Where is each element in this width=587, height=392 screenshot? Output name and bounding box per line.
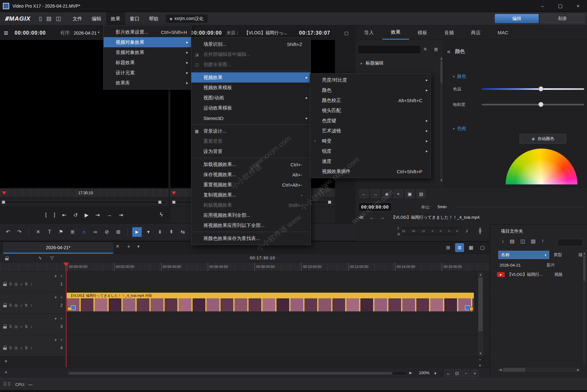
saturation-knob[interactable]: [538, 102, 543, 107]
menu-item[interactable]: 将颜色效果保存为查找表...: [191, 233, 311, 243]
scroll-left-icon[interactable]: ◀: [499, 368, 502, 371]
track-visibility-icon[interactable]: ◎: [14, 303, 17, 308]
section-hue[interactable]: ▾ 色相: [453, 126, 466, 131]
prev-keyframe-icon[interactable]: ←: [359, 190, 368, 198]
waveform-icon[interactable]: ≣: [68, 227, 77, 237]
track-add-icon[interactable]: +: [60, 316, 63, 321]
column-name-button[interactable]: 名称 ▾: [498, 251, 549, 259]
unit-value[interactable]: 5min: [438, 204, 447, 209]
optimize-icon[interactable]: ϟ: [160, 211, 163, 218]
track-visibility-icon[interactable]: ◎: [14, 346, 17, 350]
save-icon[interactable]: ◫: [520, 238, 525, 244]
menubar-item[interactable]: 效果: [106, 12, 125, 25]
monitor-icon[interactable]: ▢: [344, 30, 348, 36]
scroll-right-icon[interactable]: ▶: [577, 368, 579, 371]
track-lock-icon[interactable]: [3, 282, 7, 286]
marker-icon[interactable]: ⚑: [56, 227, 66, 237]
project-row[interactable]: 2026-04-21 影片: [490, 260, 582, 270]
project-tab[interactable]: 2026-04-21*: [3, 242, 113, 254]
menu-item[interactable]: 视频对象效果 ▸: [104, 37, 191, 47]
source-playhead-marker[interactable]: [172, 191, 176, 195]
panel-tab[interactable]: MAC: [489, 26, 517, 39]
play-icon[interactable]: ▶: [85, 212, 88, 218]
menubar-item[interactable]: 窗口: [125, 12, 144, 25]
multicam-view-icon[interactable]: ▦: [467, 243, 475, 252]
playhead-line[interactable]: [66, 267, 66, 367]
swap-icon[interactable]: ⇆: [178, 227, 188, 237]
column-type[interactable]: 类型: [554, 252, 562, 258]
hscrollbar-thumb[interactable]: [68, 372, 392, 375]
storyboard-view-icon[interactable]: ⊞: [444, 243, 453, 252]
menu-item[interactable]: 场景识别... Shift+Z: [191, 39, 311, 49]
paste-effects-icon[interactable]: ▤: [417, 190, 426, 198]
track-expand-icon[interactable]: ↕: [31, 282, 32, 286]
up-icon[interactable]: ↑: [541, 238, 544, 244]
new-project-icon[interactable]: ▯: [39, 15, 42, 22]
track-collapse-icon[interactable]: ▾: [55, 274, 57, 278]
separator[interactable]: [127, 228, 128, 236]
zoom-in-icon[interactable]: +: [471, 369, 479, 377]
menu-item[interactable]: 音频对象效果 ▸: [104, 47, 191, 57]
menu-item[interactable]: 锐度 ▸: [310, 146, 431, 156]
search-input[interactable]: [358, 45, 421, 54]
scroll-right-icon[interactable]: ▶: [409, 371, 412, 375]
track-solo-icon[interactable]: S: [9, 282, 12, 286]
menu-item[interactable]: 艺术滤镜 ▸: [310, 126, 431, 136]
playhead-marker[interactable]: [63, 262, 69, 267]
loop-icon[interactable]: ↺: [73, 212, 78, 218]
project-item-name[interactable]: 2026-04-21: [500, 263, 547, 268]
panel-tab[interactable]: 模板: [409, 26, 436, 39]
add-track-icon[interactable]: +: [4, 358, 7, 364]
menu-item[interactable]: 视频效果插件 Ctrl+Shift+P: [310, 166, 431, 176]
menu-item[interactable]: Stereo3D ▸: [191, 113, 311, 123]
track-lock-icon[interactable]: [3, 324, 7, 329]
filter-icon[interactable]: ▽: [50, 255, 54, 260]
group-icon[interactable]: ∞: [91, 227, 100, 237]
zoom-dropdown-icon[interactable]: ▾: [434, 371, 436, 376]
scrollbar-thumb[interactable]: [478, 277, 483, 331]
audio-icon[interactable]: ♪: [466, 228, 468, 234]
menu-item[interactable]: 加载视频效果... Ctrl+-: [191, 159, 311, 169]
track-updown-icon[interactable]: ⇅: [25, 282, 28, 286]
hscrollbar-thumb[interactable]: [503, 368, 525, 372]
timeline-view-icon[interactable]: ≣: [455, 243, 464, 252]
track-audio-icon[interactable]: ♪: [20, 346, 22, 350]
menu-item[interactable]: 设计元素 ▸: [104, 68, 191, 78]
mouse-mode-dropdown-icon[interactable]: ▾: [144, 227, 153, 237]
menu-item[interactable]: 视频效果模板: [191, 83, 311, 93]
insert-mode-icon[interactable]: ⊞: [113, 227, 123, 237]
track-header[interactable]: ▾ + S ◎ ♪ ⇅ ↕ 3: [0, 314, 65, 335]
video-clip[interactable]: 【VLOG】福岡行ってきました！！_4_tvai.mp4 片段: [67, 293, 474, 311]
collapse-panel-icon[interactable]: «: [447, 48, 450, 55]
burn-mode-button[interactable]: 刻录: [541, 14, 584, 23]
track-lock-icon[interactable]: [3, 303, 7, 307]
track-header[interactable]: ▾ + S ◎ ♪ ⇅ ↕ 1: [0, 271, 65, 293]
menubar-item[interactable]: 文件: [68, 12, 87, 25]
track-expand-icon[interactable]: ↕: [31, 303, 32, 308]
range-start-handle[interactable]: [2, 201, 5, 204]
snap-icon[interactable]: ∩: [79, 227, 89, 237]
mixer-icon[interactable]: ╫: [478, 228, 482, 234]
track-collapse-icon[interactable]: ▾: [55, 338, 57, 342]
menu-item[interactable]: 重置视频效果 Ctrl+Alt+-: [191, 180, 311, 190]
track-header[interactable]: ▾ + S ◎ ♪ ⇅ ↕ 2: [0, 293, 65, 314]
track-updown-icon[interactable]: ⇅: [25, 346, 28, 350]
track-audio-icon[interactable]: ♪: [20, 282, 22, 286]
tree-arrow-icon[interactable]: ▸: [361, 61, 363, 65]
program-range-slider[interactable]: [0, 198, 168, 206]
menu-item[interactable]: 标题效果 ▸: [104, 57, 191, 68]
track-lane[interactable]: [65, 335, 490, 356]
keyframe-icon[interactable]: ◈: [382, 190, 391, 198]
menu-item[interactable]: 颜色 ▸: [310, 85, 431, 95]
zoom-selection-icon[interactable]: ⊡: [453, 369, 461, 377]
range-end-icon[interactable]: ⇥: [119, 212, 123, 218]
menu-item[interactable]: ▦ 背景设计...: [191, 126, 311, 136]
track-collapse-icon[interactable]: ▾: [55, 316, 57, 321]
import-icon[interactable]: ↓: [502, 238, 504, 244]
track-visibility-icon[interactable]: ◎: [14, 282, 17, 286]
scrollbar-thumb[interactable]: [440, 61, 442, 83]
delete-effect-icon[interactable]: ×: [394, 190, 403, 198]
panel-tab[interactable]: 商店: [462, 26, 489, 39]
title-editor-icon[interactable]: T: [45, 227, 54, 237]
track-audio-icon[interactable]: ♪: [20, 303, 22, 308]
